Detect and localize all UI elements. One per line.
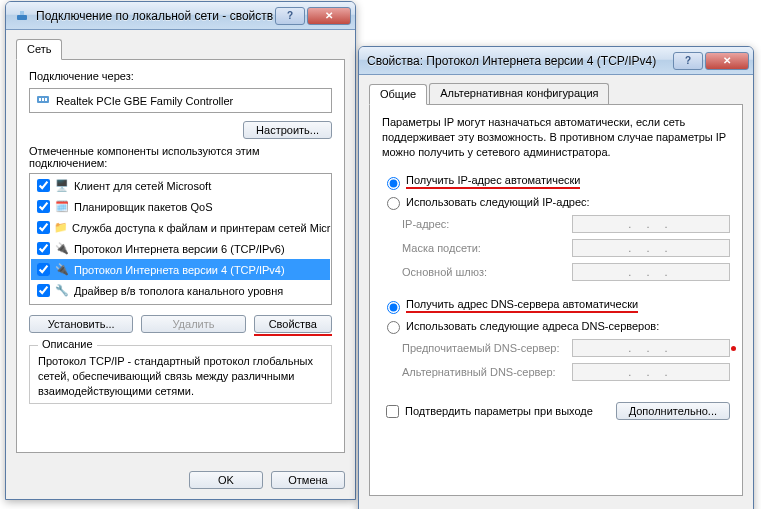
red-underline-annotation [406, 311, 638, 313]
item-checkbox[interactable] [37, 221, 50, 234]
tab-general[interactable]: Общие [369, 84, 427, 105]
cancel-button[interactable]: Отмена [271, 471, 345, 489]
configure-button[interactable]: Настроить... [243, 121, 332, 139]
radio-ip-auto[interactable] [387, 177, 400, 190]
window-title: Свойства: Протокол Интернета версии 4 (T… [367, 54, 671, 68]
validate-checkbox[interactable] [386, 405, 399, 418]
mask-row: Маска подсети: . . . [402, 236, 730, 260]
window-title: Подключение по локальной сети - свойства [36, 9, 273, 23]
lan-properties-window: Подключение по локальной сети - свойства… [5, 1, 356, 500]
red-underline-annotation [406, 187, 580, 189]
red-underline-annotation [254, 334, 332, 336]
ip-label: IP-адрес: [402, 218, 572, 230]
tabstrip: Общие Альтернативная конфигурация [369, 83, 743, 105]
dialog-buttons: OK Отмена [6, 463, 355, 499]
tab-panel-network: Подключение через: Realtek PCIe GBE Fami… [16, 59, 345, 453]
dns2-input[interactable]: . . . [572, 363, 730, 381]
help-button[interactable]: ? [275, 7, 305, 25]
item-label: Протокол Интернета версии 4 (TCP/IPv4) [74, 264, 285, 276]
mask-label: Маска подсети: [402, 242, 572, 254]
connect-via-label: Подключение через: [29, 70, 332, 82]
list-item-selected[interactable]: 🔌Протокол Интернета версии 4 (TCP/IPv4) [31, 259, 330, 280]
item-checkbox[interactable] [37, 263, 50, 276]
dialog-body: Общие Альтернативная конфигурация Параме… [359, 75, 753, 506]
list-item[interactable]: 🗓️Планировщик пакетов QoS [31, 196, 330, 217]
radio-ip-auto-label: Получить IP-адрес автоматически [406, 174, 580, 186]
list-item[interactable]: 🔧Драйвер в/в тополога канального уровня [31, 280, 330, 301]
properties-button[interactable]: Свойства [254, 315, 332, 333]
adapter-box: Realtek PCIe GBE Family Controller [29, 88, 332, 113]
list-item[interactable]: 🔎Ответчик обнаружения топологии канально… [31, 301, 330, 305]
radio-ip-manual-row[interactable]: Использовать следующий IP-адрес: [382, 192, 730, 212]
protocol-icon: 🔌 [54, 242, 70, 255]
item-label: Протокол Интернета версии 6 (TCP/IPv6) [74, 243, 285, 255]
dialog-body: Сеть Подключение через: Realtek PCIe GBE… [6, 30, 355, 463]
list-item[interactable]: 📁Служба доступа к файлам и принтерам сет… [31, 217, 330, 238]
red-dot-annotation [731, 346, 736, 351]
close-button[interactable]: ✕ [705, 52, 749, 70]
svg-rect-4 [42, 98, 44, 101]
list-item[interactable]: 🖥️Клиент для сетей Microsoft [31, 175, 330, 196]
item-checkbox[interactable] [37, 242, 50, 255]
components-label: Отмеченные компоненты используются этим … [29, 145, 332, 169]
ok-button[interactable]: OK [189, 471, 263, 489]
mask-input[interactable]: . . . [572, 239, 730, 257]
ethernet-icon [36, 92, 50, 109]
item-label: Служба доступа к файлам и принтерам сете… [72, 222, 332, 234]
components-list[interactable]: 🖥️Клиент для сетей Microsoft 🗓️Планировщ… [29, 173, 332, 305]
validate-on-exit-row[interactable]: Подтвердить параметры при выходе [382, 400, 593, 423]
description-group: Описание Протокол TCP/IP - стандартный п… [29, 345, 332, 404]
tab-alt-config[interactable]: Альтернативная конфигурация [429, 83, 609, 104]
gateway-label: Основной шлюз: [402, 266, 572, 278]
item-label: Планировщик пакетов QoS [74, 201, 213, 213]
validate-label: Подтвердить параметры при выходе [405, 405, 593, 417]
item-checkbox[interactable] [37, 179, 50, 192]
ip-row: IP-адрес: . . . [402, 212, 730, 236]
tabstrip: Сеть [16, 38, 345, 60]
gateway-input[interactable]: . . . [572, 263, 730, 281]
item-checkbox[interactable] [37, 200, 50, 213]
close-button[interactable]: ✕ [307, 7, 351, 25]
dns2-row: Альтернативный DNS-сервер: . . . [402, 360, 730, 384]
driver-icon: 🔧 [54, 284, 70, 297]
gateway-row: Основной шлюз: . . . [402, 260, 730, 284]
protocol-icon: 🔌 [54, 263, 70, 276]
radio-dns-manual-label: Использовать следующие адреса DNS-сервер… [406, 320, 659, 332]
intro-text: Параметры IP могут назначаться автоматич… [382, 115, 730, 160]
item-label: Клиент для сетей Microsoft [74, 180, 211, 192]
dns1-input[interactable]: . . . [572, 339, 730, 357]
svg-rect-1 [20, 11, 24, 15]
install-button[interactable]: Установить... [29, 315, 133, 333]
radio-ip-manual-label: Использовать следующий IP-адрес: [406, 196, 590, 208]
radio-ip-auto-row[interactable]: Получить IP-адрес автоматически [382, 172, 730, 192]
item-label: Драйвер в/в тополога канального уровня [74, 285, 283, 297]
radio-dns-auto[interactable] [387, 301, 400, 314]
radio-dns-manual[interactable] [387, 321, 400, 334]
radio-dns-auto-row[interactable]: Получить адрес DNS-сервера автоматически [382, 296, 730, 316]
tab-panel-general: Параметры IP могут назначаться автоматич… [369, 104, 743, 496]
dns1-label: Предпочитаемый DNS-сервер: [402, 342, 572, 354]
help-button[interactable]: ? [673, 52, 703, 70]
titlebar[interactable]: Подключение по локальной сети - свойства… [6, 2, 355, 30]
adapter-name: Realtek PCIe GBE Family Controller [56, 95, 233, 107]
description-heading: Описание [38, 338, 97, 350]
client-icon: 🖥️ [54, 179, 70, 192]
svg-rect-3 [39, 98, 41, 101]
advanced-button[interactable]: Дополнительно... [616, 402, 730, 420]
radio-dns-manual-row[interactable]: Использовать следующие адреса DNS-сервер… [382, 316, 730, 336]
svg-rect-5 [45, 98, 47, 101]
ip-input[interactable]: . . . [572, 215, 730, 233]
radio-ip-manual[interactable] [387, 197, 400, 210]
qos-icon: 🗓️ [54, 200, 70, 213]
description-text: Протокол TCP/IP - стандартный протокол г… [38, 354, 323, 399]
item-checkbox[interactable] [37, 284, 50, 297]
dns1-row: Предпочитаемый DNS-сервер: . . . [402, 336, 730, 360]
ipv4-properties-window: Свойства: Протокол Интернета версии 4 (T… [358, 46, 754, 509]
svg-rect-0 [17, 15, 27, 20]
titlebar[interactable]: Свойства: Протокол Интернета версии 4 (T… [359, 47, 753, 75]
tab-network[interactable]: Сеть [16, 39, 62, 60]
list-item[interactable]: 🔌Протокол Интернета версии 6 (TCP/IPv6) [31, 238, 330, 259]
file-share-icon: 📁 [54, 221, 68, 234]
network-adapter-icon [14, 8, 30, 24]
remove-button[interactable]: Удалить [141, 315, 245, 333]
